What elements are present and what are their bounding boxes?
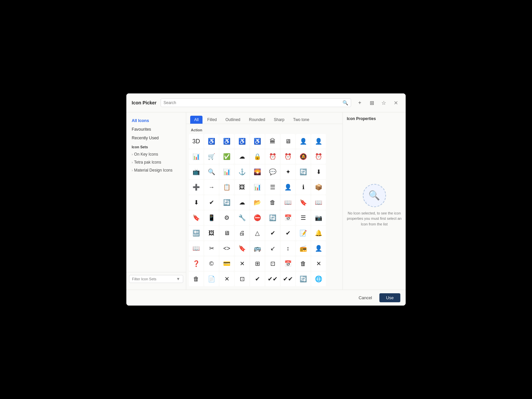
icon-cell[interactable]: 📱 [204, 210, 219, 225]
icon-cell[interactable]: 👤 [311, 241, 326, 256]
icon-cell[interactable]: 📖 [311, 195, 326, 210]
icon-cell[interactable]: ☁ [235, 149, 249, 164]
icon-cell[interactable]: ✂ [204, 241, 219, 256]
icon-cell[interactable]: 📖 [189, 241, 203, 256]
icon-cell[interactable]: 👤 [296, 134, 311, 149]
icon-cell[interactable]: 🚌 [250, 241, 265, 256]
tab-outlined[interactable]: Outlined [221, 116, 244, 124]
icon-cell[interactable]: 📝 [296, 226, 311, 240]
icon-cell[interactable]: 📅 [281, 210, 295, 225]
cancel-button[interactable]: Cancel [354, 293, 376, 302]
grid-button[interactable]: ⊞ [367, 98, 376, 107]
icon-cell[interactable]: 📊 [219, 165, 234, 179]
icon-cell[interactable]: 📄 [204, 272, 219, 286]
icon-cell[interactable]: ⊡ [265, 256, 280, 271]
icon-cell[interactable]: 🖥 [219, 226, 234, 240]
icon-cell[interactable]: 🛒 [204, 149, 219, 164]
icon-cell[interactable]: ✕ [311, 256, 326, 271]
icon-cell[interactable]: 👤 [311, 134, 326, 149]
icon-cell[interactable]: 📺 [189, 165, 203, 179]
icon-cell[interactable]: 📦 [311, 180, 326, 195]
icon-cell[interactable]: 🔧 [235, 210, 249, 225]
icon-cell[interactable]: 🖨 [235, 226, 249, 240]
icon-cell[interactable]: ✦ [281, 165, 295, 179]
icon-cell[interactable]: ⊡ [235, 272, 249, 286]
icon-cell[interactable]: ♿ [250, 134, 265, 149]
tab-all[interactable]: All [190, 116, 202, 124]
icon-cell[interactable]: 📋 [219, 180, 234, 195]
icon-cell[interactable]: ⬇ [189, 195, 203, 210]
icon-cell[interactable]: <> [219, 241, 234, 256]
icon-cell[interactable]: 🔖 [235, 241, 249, 256]
icon-cell[interactable]: ♿ [204, 134, 219, 149]
icon-cell[interactable]: ✔ [265, 226, 280, 240]
icon-cell[interactable]: 🖼 [235, 180, 249, 195]
tab-rounded[interactable]: Rounded [245, 116, 269, 124]
icon-cell[interactable]: ♿ [219, 134, 234, 149]
icon-cell[interactable]: ↕ [281, 241, 295, 256]
icon-cell[interactable]: ⚙ [219, 210, 234, 225]
icon-cell[interactable]: 🗑 [296, 256, 311, 271]
icon-cell[interactable]: 🔒 [250, 149, 265, 164]
icon-cell[interactable]: 🖼 [204, 226, 219, 240]
icon-cell[interactable]: 📅 [281, 256, 295, 271]
icon-cell[interactable]: 🌄 [250, 165, 265, 179]
star-button[interactable]: ☆ [379, 98, 388, 107]
icon-cell[interactable]: ✔ [281, 226, 295, 240]
icon-cell[interactable]: 🔄 [219, 195, 234, 210]
icon-cell[interactable]: ⚓ [235, 165, 249, 179]
icon-cell[interactable]: ☰ [296, 210, 311, 225]
icon-cell[interactable]: ♿ [235, 134, 249, 149]
icon-cell[interactable]: 🗑 [265, 195, 280, 210]
icon-cell[interactable]: 🔖 [296, 195, 311, 210]
icon-cell[interactable]: ✕ [235, 256, 249, 271]
icon-cell[interactable]: ⏰ [311, 149, 326, 164]
icon-cell[interactable]: ✔ [204, 195, 219, 210]
icon-cell[interactable]: 🗑 [189, 272, 203, 286]
icon-cell[interactable]: ☰ [265, 180, 280, 195]
icon-cell[interactable]: 🖥 [281, 134, 295, 149]
filter-input[interactable] [132, 277, 174, 281]
icon-cell[interactable]: 📖 [281, 195, 295, 210]
icon-cell[interactable]: ✕ [219, 272, 234, 286]
icon-cell[interactable]: 📊 [189, 149, 203, 164]
icon-cell[interactable]: 🔔 [311, 226, 326, 240]
icon-cell[interactable]: 🔙 [189, 226, 203, 240]
icon-cell[interactable]: ➕ [189, 180, 203, 195]
tab-twotone[interactable]: Two tone [289, 116, 313, 124]
icon-cell[interactable]: ⏰ [265, 149, 280, 164]
icon-cell[interactable]: 👤 [281, 180, 295, 195]
icon-cell[interactable]: 🌐 [311, 272, 326, 286]
icon-cell[interactable]: 📂 [250, 195, 265, 210]
icon-cell[interactable]: 🔍 [204, 165, 219, 179]
sidebar-item-recently-used[interactable]: Recently Used [126, 134, 186, 142]
sidebar-item-material-design[interactable]: › Material Design Icons [126, 166, 186, 174]
icon-cell[interactable]: ✔✔ [265, 272, 280, 286]
sidebar-item-all-icons[interactable]: All Icons [126, 116, 186, 125]
icon-cell[interactable]: 📻 [296, 241, 311, 256]
search-input[interactable] [164, 100, 340, 105]
icon-cell[interactable]: 🔕 [296, 149, 311, 164]
icon-cell[interactable]: 🔖 [189, 210, 203, 225]
icon-cell[interactable]: ⏰ [281, 149, 295, 164]
icon-cell[interactable]: 🔄 [296, 272, 311, 286]
icon-cell[interactable]: ℹ [296, 180, 311, 195]
icon-cell[interactable]: ✔ [250, 272, 265, 286]
icon-cell[interactable]: 📊 [250, 180, 265, 195]
icon-cell[interactable]: 📷 [311, 210, 326, 225]
use-button[interactable]: Use [379, 293, 400, 302]
icon-cell[interactable]: 🔄 [265, 210, 280, 225]
tab-sharp[interactable]: Sharp [270, 116, 288, 124]
icon-cell[interactable]: → [204, 180, 219, 195]
add-button[interactable]: + [355, 98, 364, 107]
icon-cell[interactable]: ⊞ [250, 256, 265, 271]
icon-cell[interactable]: 💬 [265, 165, 280, 179]
icon-cell[interactable]: © [204, 256, 219, 271]
icon-cell[interactable]: 🔄 [296, 165, 311, 179]
icon-cell[interactable]: 💳 [219, 256, 234, 271]
icon-cell[interactable]: ☁ [235, 195, 249, 210]
icon-cell[interactable]: 🏛 [265, 134, 280, 149]
sidebar-item-favourites[interactable]: Favourites [126, 125, 186, 134]
icon-cell[interactable]: 3D [189, 134, 203, 149]
icon-cell[interactable]: △ [250, 226, 265, 240]
